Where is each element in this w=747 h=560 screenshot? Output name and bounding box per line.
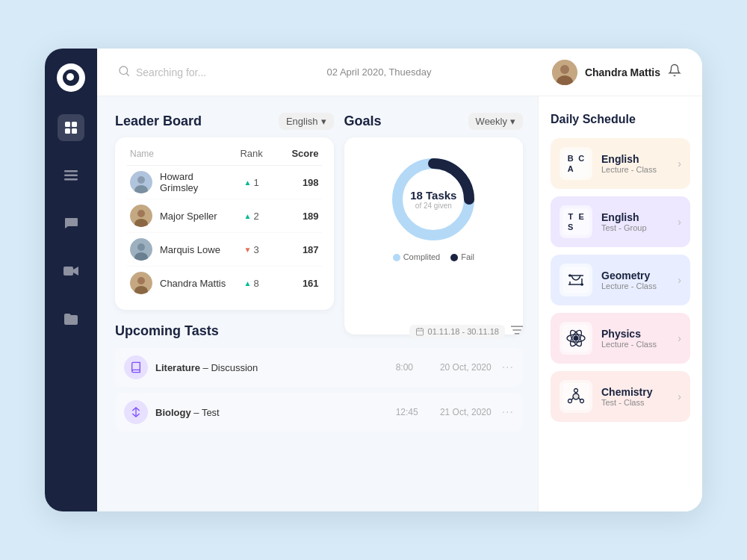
schedule-card-chemistry[interactable]: Chemistry Test - Class › bbox=[551, 371, 690, 422]
legend-fail: Fail bbox=[450, 252, 474, 261]
sidebar-item-chat[interactable] bbox=[58, 210, 84, 237]
svg-line-9 bbox=[126, 73, 128, 75]
svg-point-17 bbox=[137, 210, 145, 217]
app-container: Searching for... 02 April 2020, Thuesday… bbox=[45, 49, 702, 511]
svg-point-39 bbox=[569, 275, 571, 276]
svg-rect-5 bbox=[64, 175, 78, 177]
sidebar-item-menu[interactable] bbox=[58, 162, 84, 189]
leaderboard-title: Leader Board bbox=[115, 113, 202, 129]
schedule-icon-geometry bbox=[560, 264, 592, 296]
schedule-icon-chemistry bbox=[560, 380, 592, 413]
avatar bbox=[130, 171, 152, 193]
svg-rect-6 bbox=[64, 178, 78, 181]
svg-rect-2 bbox=[65, 128, 70, 134]
upcoming-header: Upcoming Tasts 01.11.18 - 30.11.18 bbox=[115, 323, 523, 339]
bell-icon[interactable] bbox=[668, 63, 681, 81]
leaderboard-header: Leader Board English ▾ bbox=[115, 113, 334, 130]
sidebar-item-grid[interactable] bbox=[58, 114, 84, 141]
header-date: 02 April 2020, Thuesday bbox=[327, 66, 432, 78]
chevron-right-icon: › bbox=[678, 332, 681, 344]
lb-name: Major Speller bbox=[160, 211, 229, 222]
svg-rect-3 bbox=[72, 128, 77, 134]
right-panel: Daily Schedule B C A English Lecture - C… bbox=[538, 96, 702, 511]
filter-icon[interactable] bbox=[511, 325, 523, 337]
rank-up-icon: ▲ bbox=[244, 178, 252, 187]
lb-score: 187 bbox=[274, 244, 319, 255]
lb-name: Marquis Lowe bbox=[160, 244, 229, 255]
svg-rect-27 bbox=[416, 329, 423, 335]
lb-score: 161 bbox=[274, 278, 319, 289]
goals-section: Goals Weekly ▾ bbox=[344, 113, 523, 310]
lb-rank: ▼ 3 bbox=[229, 244, 274, 255]
svg-rect-1 bbox=[72, 122, 77, 127]
search-bar[interactable]: Searching for... bbox=[118, 65, 206, 80]
sidebar-item-video[interactable] bbox=[58, 258, 84, 284]
sidebar-nav bbox=[58, 114, 84, 497]
schedule-icon-physics bbox=[560, 322, 592, 355]
sidebar-item-folder[interactable] bbox=[58, 305, 84, 332]
lb-rank: ▲ 2 bbox=[229, 211, 274, 222]
header-user: Chandra Mattis bbox=[552, 60, 681, 85]
list-item: Biology – Test 12:45 21 Oct, 2020 ··· bbox=[115, 393, 523, 432]
leaderboard-card: Name Rank Score Howard Grimsley ▲ 1 bbox=[115, 137, 334, 310]
lb-rank: ▲ 1 bbox=[229, 177, 274, 188]
schedule-info: English Lecture - Class bbox=[601, 153, 669, 174]
legend-completed: Complited bbox=[393, 252, 441, 261]
lb-name: Howard Grimsley bbox=[160, 171, 229, 193]
task-time: 8:00 bbox=[396, 362, 424, 373]
schedule-info: English Test - Group bbox=[601, 211, 669, 232]
upcoming-section: Upcoming Tasts 01.11.18 - 30.11.18 bbox=[115, 323, 523, 438]
donut-chart: 18 Tasks of 24 given bbox=[385, 151, 482, 248]
svg-point-47 bbox=[568, 399, 572, 403]
svg-point-41 bbox=[574, 336, 578, 340]
svg-point-40 bbox=[581, 284, 583, 285]
task-more-button[interactable]: ··· bbox=[502, 405, 514, 419]
leaderboard-filter[interactable]: English ▾ bbox=[279, 113, 334, 130]
svg-rect-4 bbox=[64, 170, 78, 172]
chart-legend: Complited Fail bbox=[353, 252, 514, 261]
schedule-info: Geometry Lecture - Class bbox=[601, 270, 669, 290]
main-content: Searching for... 02 April 2020, Thuesday… bbox=[97, 49, 702, 511]
schedule-card-geometry[interactable]: Geometry Lecture - Class › bbox=[551, 255, 690, 305]
header: Searching for... 02 April 2020, Thuesday… bbox=[97, 49, 702, 96]
chevron-right-icon: › bbox=[678, 158, 681, 169]
leaderboard-section: Leader Board English ▾ Name Rank Score bbox=[115, 113, 334, 310]
schedule-card-english-test[interactable]: T E S English Test - Group › bbox=[551, 196, 690, 247]
sidebar-logo[interactable] bbox=[57, 63, 85, 92]
goals-filter[interactable]: Weekly ▾ bbox=[468, 113, 523, 130]
avatar bbox=[130, 272, 152, 294]
schedule-card-physics[interactable]: Physics Lecture - Class › bbox=[551, 313, 690, 364]
lb-rank: ▲ 8 bbox=[229, 278, 274, 289]
svg-point-20 bbox=[137, 243, 145, 251]
search-placeholder: Searching for... bbox=[136, 66, 206, 78]
table-row: Howard Grimsley ▲ 1 198 bbox=[127, 166, 322, 199]
schedule-card-english-lecture[interactable]: B C A English Lecture - Class › bbox=[551, 138, 690, 189]
svg-point-14 bbox=[137, 176, 145, 184]
lb-column-headers: Name Rank Score bbox=[127, 148, 322, 166]
avatar bbox=[552, 60, 577, 85]
table-row: Chandra Mattis ▲ 8 161 bbox=[127, 267, 322, 299]
goals-header: Goals Weekly ▾ bbox=[344, 113, 523, 130]
date-badge: 01.11.18 - 30.11.18 bbox=[409, 325, 505, 338]
avatar bbox=[130, 238, 152, 261]
search-icon bbox=[118, 65, 130, 80]
goals-title: Goals bbox=[344, 113, 382, 129]
tasks-count: 18 Tasks bbox=[410, 189, 456, 202]
list-item: Literature – Discussion 8:00 20 Oct, 202… bbox=[115, 348, 523, 387]
user-name: Chandra Mattis bbox=[585, 66, 660, 78]
sidebar bbox=[45, 49, 97, 511]
daily-schedule-title: Daily Schedule bbox=[551, 113, 690, 126]
lb-score: 189 bbox=[274, 211, 319, 222]
task-icon-literature bbox=[124, 355, 148, 379]
task-more-button[interactable]: ··· bbox=[502, 361, 514, 374]
chevron-right-icon: › bbox=[678, 216, 681, 228]
table-row: Marquis Lowe ▼ 3 187 bbox=[127, 233, 322, 267]
task-date: 21 Oct, 2020 bbox=[432, 407, 492, 417]
rank-down-icon: ▼ bbox=[244, 246, 252, 254]
schedule-icon-english-test: T E S bbox=[560, 205, 592, 238]
rank-up-icon: ▲ bbox=[244, 279, 252, 287]
tasks-sublabel: of 24 given bbox=[410, 202, 456, 210]
left-panel: Leader Board English ▾ Name Rank Score bbox=[97, 96, 538, 511]
schedule-icon-english-lecture: B C A bbox=[560, 147, 592, 180]
svg-point-46 bbox=[574, 389, 578, 393]
